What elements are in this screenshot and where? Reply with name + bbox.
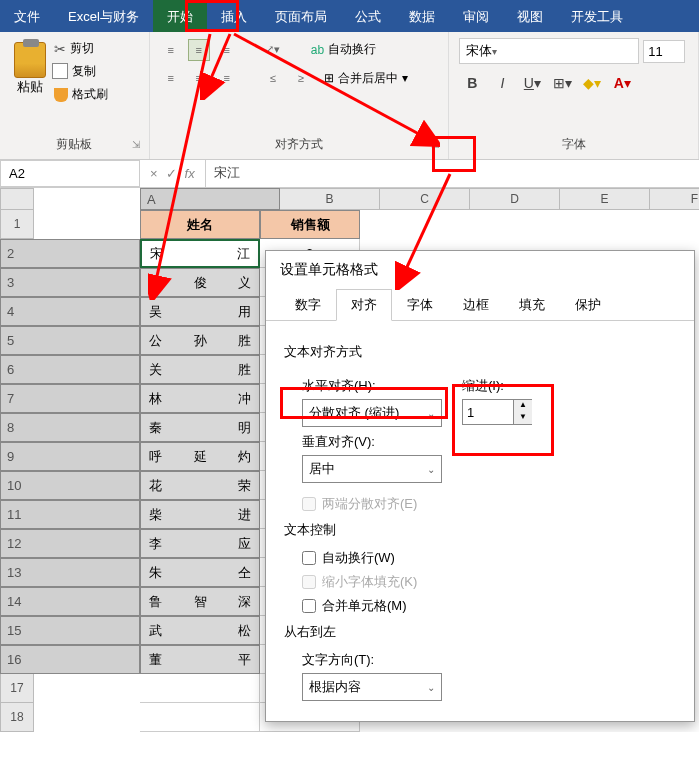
- cell-a17[interactable]: [140, 674, 260, 703]
- h-align-select[interactable]: 分散对齐 (缩进)⌄: [302, 399, 442, 427]
- orientation[interactable]: ⤢▾: [262, 39, 284, 61]
- wrap-text-button[interactable]: ab自动换行: [304, 38, 383, 61]
- cell-a12[interactable]: 李应: [140, 529, 260, 558]
- align-middle[interactable]: ≡: [188, 39, 210, 61]
- align-right[interactable]: ≡: [216, 67, 238, 89]
- tab-file[interactable]: 文件: [0, 0, 54, 32]
- name-box[interactable]: [0, 160, 140, 187]
- row-header-4[interactable]: 4: [0, 297, 140, 326]
- cell-a1[interactable]: 姓名: [140, 210, 260, 239]
- cell-a7[interactable]: 林冲: [140, 384, 260, 413]
- merge-center-button[interactable]: ⊞合并后居中▾: [318, 68, 414, 89]
- row-header-11[interactable]: 11: [0, 500, 140, 529]
- row-header-5[interactable]: 5: [0, 326, 140, 355]
- italic-button[interactable]: I: [489, 70, 515, 96]
- formula-bar[interactable]: 宋江: [205, 160, 699, 187]
- increase-indent[interactable]: ≥: [290, 67, 312, 89]
- col-header-d[interactable]: D: [470, 188, 560, 210]
- paste-button[interactable]: 粘贴: [10, 38, 50, 103]
- tab-formulas[interactable]: 公式: [341, 0, 395, 32]
- row-header-13[interactable]: 13: [0, 558, 140, 587]
- row-header-1[interactable]: 1: [0, 210, 34, 239]
- cell-a14[interactable]: 鲁智深: [140, 587, 260, 616]
- row-header-3[interactable]: 3: [0, 268, 140, 297]
- cell-a5[interactable]: 公孙胜: [140, 326, 260, 355]
- bold-button[interactable]: B: [459, 70, 485, 96]
- tab-excel-finance[interactable]: Excel与财务: [54, 0, 153, 32]
- fx-button[interactable]: fx: [185, 166, 195, 181]
- format-painter-button[interactable]: 格式刷: [54, 86, 108, 103]
- col-header-b[interactable]: B: [280, 188, 380, 210]
- fill-color-button[interactable]: ◆▾: [579, 70, 605, 96]
- row-header-6[interactable]: 6: [0, 355, 140, 384]
- tab-page-layout[interactable]: 页面布局: [261, 0, 341, 32]
- cell-a13[interactable]: 朱仝: [140, 558, 260, 587]
- row-header-18[interactable]: 18: [0, 703, 34, 732]
- decrease-indent[interactable]: ≤: [262, 67, 284, 89]
- font-color-button[interactable]: A▾: [609, 70, 635, 96]
- cell-a9[interactable]: 呼延灼: [140, 442, 260, 471]
- row-header-16[interactable]: 16: [0, 645, 140, 674]
- cell-a2[interactable]: 宋江: [140, 239, 260, 268]
- indent-input[interactable]: [463, 400, 513, 424]
- row-header-12[interactable]: 12: [0, 529, 140, 558]
- alignment-launcher[interactable]: ⇲: [428, 139, 442, 153]
- wrap-text-check[interactable]: 自动换行(W): [302, 549, 676, 567]
- cell-a8[interactable]: 秦明: [140, 413, 260, 442]
- cell-a3[interactable]: 卢俊义: [140, 268, 260, 297]
- align-center[interactable]: ≡: [188, 67, 210, 89]
- dialog-tab-alignment[interactable]: 对齐: [336, 289, 392, 321]
- col-header-c[interactable]: C: [380, 188, 470, 210]
- format-cells-dialog: 设置单元格格式 数字 对齐 字体 边框 填充 保护 文本对齐方式 水平对齐(H)…: [265, 250, 695, 722]
- dialog-tab-font[interactable]: 字体: [392, 289, 448, 321]
- cell-a15[interactable]: 武松: [140, 616, 260, 645]
- copy-button[interactable]: 复制: [54, 63, 108, 80]
- align-top[interactable]: ≡: [160, 39, 182, 61]
- tab-data[interactable]: 数据: [395, 0, 449, 32]
- cell-a11[interactable]: 柴进: [140, 500, 260, 529]
- row-header-10[interactable]: 10: [0, 471, 140, 500]
- cell-a10[interactable]: 花荣: [140, 471, 260, 500]
- dialog-tab-protection[interactable]: 保护: [560, 289, 616, 321]
- cell-a18[interactable]: [140, 703, 260, 732]
- cell-a4[interactable]: 吴用: [140, 297, 260, 326]
- cell-b1[interactable]: 销售额: [260, 210, 360, 239]
- col-header-a[interactable]: A: [140, 188, 280, 210]
- tab-review[interactable]: 审阅: [449, 0, 503, 32]
- tab-developer[interactable]: 开发工具: [557, 0, 637, 32]
- tab-view[interactable]: 视图: [503, 0, 557, 32]
- clipboard-launcher[interactable]: ⇲: [129, 139, 143, 153]
- align-bottom[interactable]: ≡: [216, 39, 238, 61]
- cell-a6[interactable]: 关胜: [140, 355, 260, 384]
- row-header-8[interactable]: 8: [0, 413, 140, 442]
- font-size-select[interactable]: 11: [643, 40, 685, 63]
- row-header-14[interactable]: 14: [0, 587, 140, 616]
- row-header-17[interactable]: 17: [0, 674, 34, 703]
- row-header-15[interactable]: 15: [0, 616, 140, 645]
- cancel-fx[interactable]: ×: [150, 166, 158, 181]
- tab-insert[interactable]: 插入: [207, 0, 261, 32]
- align-left[interactable]: ≡: [160, 67, 182, 89]
- font-name-select[interactable]: 宋体▾: [459, 38, 639, 64]
- indent-up[interactable]: ▲: [514, 400, 532, 412]
- row-header-9[interactable]: 9: [0, 442, 140, 471]
- tab-home[interactable]: 开始: [153, 0, 207, 32]
- select-all-corner[interactable]: [0, 188, 34, 210]
- merge-cells-check[interactable]: 合并单元格(M): [302, 597, 676, 615]
- border-button[interactable]: ⊞▾: [549, 70, 575, 96]
- dialog-tab-number[interactable]: 数字: [280, 289, 336, 321]
- col-header-e[interactable]: E: [560, 188, 650, 210]
- col-header-f[interactable]: F: [650, 188, 699, 210]
- cut-button[interactable]: ✂剪切: [54, 40, 108, 57]
- row-header-2[interactable]: 2: [0, 239, 140, 268]
- row-header-7[interactable]: 7: [0, 384, 140, 413]
- dialog-tab-fill[interactable]: 填充: [504, 289, 560, 321]
- indent-down[interactable]: ▼: [514, 412, 532, 424]
- enter-fx[interactable]: ✓: [166, 166, 177, 181]
- indent-spinbox[interactable]: ▲▼: [462, 399, 532, 425]
- text-direction-select[interactable]: 根据内容⌄: [302, 673, 442, 701]
- underline-button[interactable]: U▾: [519, 70, 545, 96]
- v-align-select[interactable]: 居中⌄: [302, 455, 442, 483]
- dialog-tab-border[interactable]: 边框: [448, 289, 504, 321]
- cell-a16[interactable]: 董平: [140, 645, 260, 674]
